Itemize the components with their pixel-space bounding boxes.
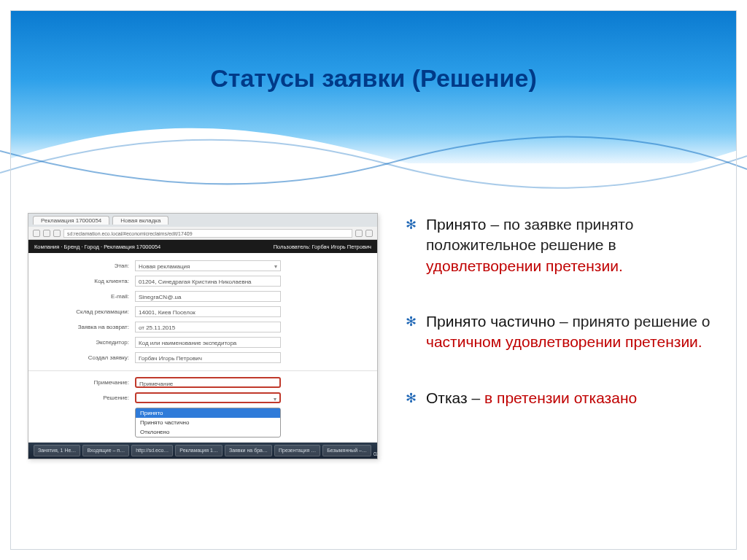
- browser-tab[interactable]: Новая вкладка: [112, 216, 169, 225]
- embedded-screenshot: Рекламация 17000054 Новая вкладка sd:rec…: [28, 213, 378, 459]
- field-label: Примечание:: [42, 379, 129, 386]
- stage-select[interactable]: Новая рекламация: [135, 260, 281, 271]
- bullet-item: Принято – по заявке принято положительно…: [406, 214, 712, 276]
- taskbar-item[interactable]: Занятия, 1 Не…: [34, 445, 80, 456]
- windows-taskbar: Занятия, 1 Не… Входящие – п… http://sd.e…: [28, 443, 377, 459]
- field-label: Создал заявку:: [42, 354, 129, 361]
- bullet-highlight: в претензии отказано: [484, 389, 637, 406]
- taskbar-item[interactable]: http://sd.eco…: [131, 445, 173, 456]
- system-tray[interactable]: 14:04 02.12.2015: [374, 444, 378, 457]
- bullet-term: Принято частично: [426, 313, 555, 330]
- taskbar-item[interactable]: Презентация …: [274, 445, 320, 456]
- browser-tabs: Рекламация 17000054 Новая вкладка: [28, 214, 377, 227]
- forward-icon[interactable]: [43, 230, 50, 237]
- bullet-highlight: удовлетворении претензии.: [426, 257, 623, 274]
- slide-title: Статусы заявки (Решение): [0, 64, 747, 93]
- dropdown-option[interactable]: Принято: [136, 408, 280, 418]
- field-label: Экспедитор:: [42, 339, 129, 346]
- bullet-term: Отказ: [426, 389, 468, 406]
- warehouse-input[interactable]: 14001, Киев Поселок: [135, 306, 281, 317]
- decision-dropdown[interactable]: Принято Принято частично Отклонено: [135, 408, 281, 438]
- creator-input[interactable]: Горбач Игорь Петрович: [135, 352, 281, 363]
- star-icon[interactable]: [355, 230, 363, 237]
- field-label: Код клиента:: [42, 278, 129, 284]
- forwarder-input[interactable]: Код или наименование экспедитора: [135, 337, 281, 348]
- email-input[interactable]: SinegraCN@.ua: [135, 291, 281, 302]
- reload-icon[interactable]: [53, 230, 61, 237]
- field-label: Склад рекламации:: [42, 308, 129, 315]
- field-label: E-mail:: [42, 293, 129, 300]
- clock-time: 14:04: [374, 444, 378, 451]
- menu-icon[interactable]: [365, 230, 373, 237]
- dropdown-option[interactable]: Отклонено: [136, 427, 280, 437]
- browser-tab[interactable]: Рекламация 17000054: [33, 216, 109, 225]
- field-label: Этап:: [42, 262, 129, 269]
- taskbar-item[interactable]: Входящие – п…: [82, 445, 129, 456]
- bullet-term: Принято: [426, 216, 487, 233]
- clock-date: 02.12.2015: [374, 451, 378, 457]
- form-section-decision: Примечание:Примечание Решение: Принято П…: [28, 370, 377, 442]
- address-bar-row: sd:reclamation.eco.local/#economicreclai…: [28, 227, 377, 240]
- bullet-list: Принято – по заявке принято положительно…: [406, 214, 712, 443]
- user-label: Пользователь: Горбач Игорь Петрович: [274, 244, 371, 250]
- breadcrumb: Компания · Бренд · Город · Рекламация 17…: [34, 244, 160, 250]
- taskbar-item[interactable]: Безымянный –…: [322, 445, 371, 456]
- bullet-item: Принято частично – принято решение о час…: [406, 311, 712, 353]
- note-input[interactable]: Примечание: [135, 377, 281, 388]
- back-icon[interactable]: [33, 230, 40, 237]
- form-section-main: Этап:Новая рекламация Код клиента:01204,…: [28, 253, 377, 370]
- return-date-input[interactable]: от 25.11.2015: [135, 322, 281, 332]
- taskbar-item[interactable]: Рекламация 1…: [175, 445, 222, 456]
- field-label: Решение:: [42, 394, 129, 401]
- field-label: Заявка на возврат:: [42, 324, 129, 330]
- app-header: Компания · Бренд · Город · Рекламация 17…: [28, 240, 377, 253]
- bullet-highlight: частичном удовлетворении претензии.: [426, 333, 703, 350]
- address-input[interactable]: sd:reclamation.eco.local/#economicreclai…: [63, 229, 352, 238]
- decision-select[interactable]: [135, 392, 281, 403]
- taskbar-item[interactable]: Заявки на бра…: [225, 445, 272, 456]
- bullet-item: Отказ – в претензии отказано: [406, 388, 712, 408]
- client-input[interactable]: 01204, Синедрагая Кристина Николаевна: [135, 276, 281, 287]
- dropdown-option[interactable]: Принято частично: [136, 418, 280, 427]
